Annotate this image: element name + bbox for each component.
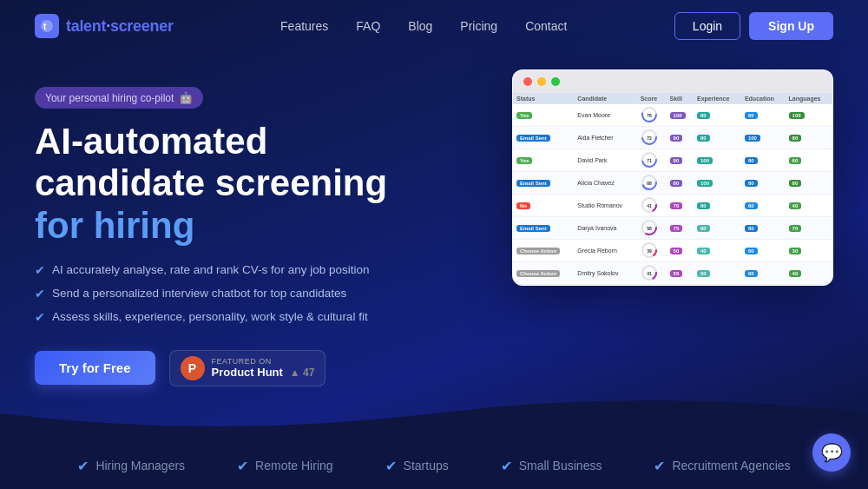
cell-name: Dmitry Sokolov xyxy=(574,262,636,285)
cell-score: 78 xyxy=(637,104,667,127)
cell-exp: 80 xyxy=(694,127,741,149)
product-hunt-badge[interactable]: P FEATURED ON Product Hunt ▲ 47 xyxy=(169,350,326,387)
window-dot-red xyxy=(523,77,532,86)
cell-name: Aida Fletcher xyxy=(574,127,636,149)
social-proof-bar: ✔ Hiring Managers ✔ Remote Hiring ✔ Star… xyxy=(0,439,868,489)
ph-name: Product Hunt xyxy=(212,366,283,379)
product-hunt-content: FEATURED ON Product Hunt ▲ 47 xyxy=(212,357,315,379)
social-item-3: ✔ Startups xyxy=(385,458,449,474)
cell-score: 58 xyxy=(637,217,667,240)
hero-badge: Your personal hiring co-pilot 🤖 xyxy=(35,87,203,109)
login-button[interactable]: Login xyxy=(674,12,740,40)
cell-lang: 60 xyxy=(786,149,832,172)
svg-text:72: 72 xyxy=(647,135,652,141)
check-icon-3: ✔ xyxy=(35,310,45,324)
hero-feature-text-3: Assess skills, experience, personality, … xyxy=(52,309,368,326)
social-item-4: ✔ Small Business xyxy=(501,458,602,474)
social-label-1: Hiring Managers xyxy=(95,459,185,472)
col-candidate: Candidate xyxy=(574,93,636,104)
cell-edu: 80 xyxy=(741,172,786,195)
cell-skill: 90 xyxy=(667,149,694,172)
nav-pricing[interactable]: Pricing xyxy=(460,19,497,33)
logo[interactable]: t talent·screener xyxy=(35,14,174,38)
cell-status: Yes xyxy=(513,104,574,127)
nav-faq[interactable]: FAQ xyxy=(356,19,380,33)
hero-badge-emoji: 🤖 xyxy=(179,91,193,104)
cell-edu: 60 xyxy=(741,240,786,262)
nav-buttons: Login Sign Up xyxy=(674,12,833,40)
table-row: No Studio Romanov 41 70 80 60 40 xyxy=(513,195,832,217)
social-check-icon-2: ✔ xyxy=(237,458,248,474)
social-label-2: Remote Hiring xyxy=(255,459,332,472)
table-row: Choose Action Grecia Reborn 39 50 40 60 … xyxy=(513,240,832,262)
table-row: Email Sent Alicia Chavez 68 80 100 80 80 xyxy=(513,172,832,195)
svg-text:78: 78 xyxy=(647,113,652,118)
social-label-3: Startups xyxy=(404,459,449,472)
cell-edu: 80 xyxy=(741,149,786,172)
hero-feature-text-1: AI accurately analyse, rate and rank CV-… xyxy=(52,262,369,279)
cell-name: Darya Ivanova xyxy=(574,217,636,240)
cell-exp: 100 xyxy=(694,149,741,172)
cell-skill: 100 xyxy=(667,104,694,127)
cell-score: 41 xyxy=(637,195,667,217)
cell-edu: 60 xyxy=(741,262,786,285)
check-icon-1: ✔ xyxy=(35,263,45,277)
cell-score: 68 xyxy=(637,172,667,195)
table-row: Choose Action Dmitry Sokolov 41 55 50 60… xyxy=(513,262,832,285)
hero-section: Your personal hiring co-pilot 🤖 AI-autom… xyxy=(0,0,868,439)
cell-lang: 100 xyxy=(786,104,832,127)
cell-status: Choose Action xyxy=(513,262,574,285)
social-item-5: ✔ Recruitment Agencies xyxy=(654,458,790,474)
cell-exp: 40 xyxy=(694,240,741,262)
cell-exp: 80 xyxy=(694,104,741,127)
logo-text: talent·screener xyxy=(66,17,174,36)
svg-text:68: 68 xyxy=(647,181,652,186)
table-row: Yes Evan Moore 78 100 80 60 100 xyxy=(513,104,832,127)
cell-edu: 60 xyxy=(741,104,786,127)
social-label-4: Small Business xyxy=(519,459,602,472)
cell-lang: 30 xyxy=(786,240,832,262)
candidate-table: Status Candidate Score Skill Experience … xyxy=(513,93,832,285)
cell-status: Choose Action xyxy=(513,240,574,262)
social-label-5: Recruitment Agencies xyxy=(672,459,790,472)
cell-skill: 75 xyxy=(667,217,694,240)
svg-text:58: 58 xyxy=(647,226,652,231)
hero-feature-text-2: Send a personalized interview chatbot fo… xyxy=(52,286,346,302)
cell-status: Yes xyxy=(513,149,574,172)
nav-contact[interactable]: Contact xyxy=(525,19,567,33)
cell-exp: 50 xyxy=(694,262,741,285)
social-check-icon-3: ✔ xyxy=(385,458,397,474)
window-dot-green xyxy=(551,77,560,86)
cell-score: 72 xyxy=(637,127,667,149)
cell-name: Alicia Chavez xyxy=(574,172,636,195)
social-item-2: ✔ Remote Hiring xyxy=(237,458,332,474)
social-check-icon-4: ✔ xyxy=(501,458,512,474)
hero-badge-text: Your personal hiring co-pilot xyxy=(45,92,174,104)
hero-feature-3: ✔ Assess skills, experience, personality… xyxy=(35,309,434,326)
cell-skill: 50 xyxy=(667,240,694,262)
hero-right: Status Candidate Score Skill Experience … xyxy=(434,69,833,286)
cell-lang: 80 xyxy=(786,127,832,149)
col-status: Status xyxy=(513,93,574,104)
app-screenshot: Status Candidate Score Skill Experience … xyxy=(512,69,833,286)
chat-icon: 💬 xyxy=(821,442,843,463)
signup-button[interactable]: Sign Up xyxy=(749,12,833,40)
cell-name: Grecia Reborn xyxy=(574,240,636,262)
chat-bubble[interactable]: 💬 xyxy=(812,433,851,472)
cell-skill: 70 xyxy=(667,195,694,217)
table-row: Email Sent Darya Ivanova 58 75 60 80 70 xyxy=(513,217,832,240)
nav-blog[interactable]: Blog xyxy=(408,19,432,33)
cell-skill: 80 xyxy=(667,172,694,195)
cell-edu: 100 xyxy=(741,127,786,149)
social-check-icon-5: ✔ xyxy=(654,458,665,474)
cell-exp: 80 xyxy=(694,195,741,217)
cell-lang: 40 xyxy=(786,262,832,285)
col-skill: Skill xyxy=(667,93,694,104)
cell-name: Evan Moore xyxy=(574,104,636,127)
hero-title: AI-automated candidate screening for hir… xyxy=(35,121,434,247)
cell-score: 71 xyxy=(637,149,667,172)
nav-features[interactable]: Features xyxy=(280,19,328,33)
try-free-button[interactable]: Try for Free xyxy=(35,351,155,385)
svg-text:41: 41 xyxy=(647,271,652,276)
cell-lang: 80 xyxy=(786,172,832,195)
